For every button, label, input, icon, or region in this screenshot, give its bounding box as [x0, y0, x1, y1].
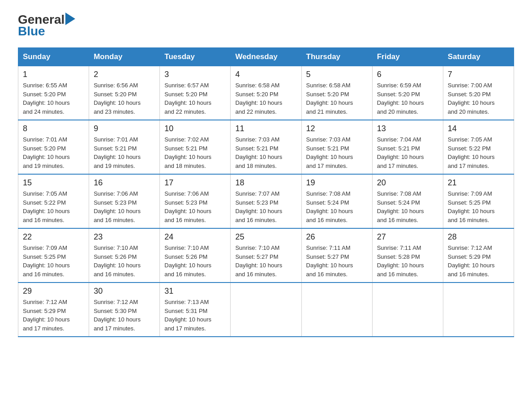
day-number: 16 — [94, 178, 155, 188]
day-number: 4 — [235, 70, 296, 79]
day-number: 22 — [23, 232, 84, 242]
calendar-cell — [301, 283, 372, 337]
day-number: 6 — [377, 70, 438, 79]
day-info: Sunrise: 7:12 AMSunset: 5:30 PMDaylight:… — [94, 298, 155, 333]
calendar-cell: 17Sunrise: 7:06 AMSunset: 5:23 PMDayligh… — [160, 174, 231, 228]
day-number: 14 — [448, 124, 509, 133]
day-info: Sunrise: 6:58 AMSunset: 5:20 PMDaylight:… — [306, 81, 368, 116]
day-number: 20 — [377, 178, 438, 188]
day-number: 19 — [306, 178, 368, 188]
day-info: Sunrise: 7:08 AMSunset: 5:24 PMDaylight:… — [377, 189, 438, 224]
day-number: 29 — [23, 287, 84, 296]
day-number: 15 — [23, 178, 84, 188]
calendar-cell: 25Sunrise: 7:10 AMSunset: 5:27 PMDayligh… — [231, 228, 301, 283]
calendar-cell — [443, 283, 514, 337]
day-info: Sunrise: 7:03 AMSunset: 5:21 PMDaylight:… — [306, 135, 368, 170]
day-number: 24 — [164, 232, 226, 242]
day-info: Sunrise: 7:06 AMSunset: 5:23 PMDaylight:… — [164, 189, 226, 224]
day-info: Sunrise: 6:58 AMSunset: 5:20 PMDaylight:… — [235, 81, 296, 116]
weekday-header-row: SundayMondayTuesdayWednesdayThursdayFrid… — [18, 48, 514, 66]
logo-text-blue: Blue — [18, 24, 45, 39]
calendar-cell: 10Sunrise: 7:02 AMSunset: 5:21 PMDayligh… — [160, 120, 231, 174]
calendar-cell: 19Sunrise: 7:08 AMSunset: 5:24 PMDayligh… — [301, 174, 372, 228]
day-number: 18 — [235, 178, 296, 188]
day-number: 1 — [23, 70, 84, 79]
day-info: Sunrise: 7:13 AMSunset: 5:31 PMDaylight:… — [164, 298, 226, 333]
day-info: Sunrise: 6:56 AMSunset: 5:20 PMDaylight:… — [94, 81, 155, 116]
day-info: Sunrise: 7:10 AMSunset: 5:26 PMDaylight:… — [164, 244, 226, 278]
day-info: Sunrise: 7:02 AMSunset: 5:21 PMDaylight:… — [164, 135, 226, 170]
day-number: 31 — [164, 287, 226, 296]
day-number: 27 — [377, 232, 438, 242]
day-info: Sunrise: 6:55 AMSunset: 5:20 PMDaylight:… — [23, 81, 84, 116]
day-info: Sunrise: 7:08 AMSunset: 5:24 PMDaylight:… — [306, 189, 368, 224]
day-number: 25 — [235, 232, 296, 242]
day-info: Sunrise: 7:07 AMSunset: 5:23 PMDaylight:… — [235, 189, 296, 224]
calendar-week-row: 1Sunrise: 6:55 AMSunset: 5:20 PMDaylight… — [18, 66, 514, 120]
calendar-cell: 27Sunrise: 7:11 AMSunset: 5:28 PMDayligh… — [372, 228, 443, 283]
day-number: 7 — [448, 70, 509, 79]
day-number: 30 — [94, 287, 155, 296]
calendar-cell: 22Sunrise: 7:09 AMSunset: 5:25 PMDayligh… — [18, 228, 89, 283]
weekday-header-saturday: Saturday — [443, 48, 514, 66]
day-info: Sunrise: 7:03 AMSunset: 5:21 PMDaylight:… — [235, 135, 296, 170]
day-number: 3 — [164, 70, 226, 79]
calendar-cell: 6Sunrise: 6:59 AMSunset: 5:20 PMDaylight… — [372, 66, 443, 120]
day-number: 9 — [94, 124, 155, 133]
day-info: Sunrise: 7:10 AMSunset: 5:27 PMDaylight:… — [235, 244, 296, 278]
calendar-cell: 5Sunrise: 6:58 AMSunset: 5:20 PMDaylight… — [301, 66, 372, 120]
day-info: Sunrise: 7:04 AMSunset: 5:21 PMDaylight:… — [377, 135, 438, 170]
day-info: Sunrise: 7:05 AMSunset: 5:22 PMDaylight:… — [448, 135, 509, 170]
day-number: 2 — [94, 70, 155, 79]
day-number: 5 — [306, 70, 368, 79]
day-number: 21 — [448, 178, 509, 188]
calendar-cell: 4Sunrise: 6:58 AMSunset: 5:20 PMDaylight… — [231, 66, 301, 120]
weekday-header-monday: Monday — [89, 48, 160, 66]
weekday-header-wednesday: Wednesday — [231, 48, 301, 66]
day-info: Sunrise: 7:09 AMSunset: 5:25 PMDaylight:… — [448, 189, 509, 224]
page-header: General Blue — [18, 13, 514, 39]
logo: General Blue — [18, 13, 75, 39]
calendar-cell: 1Sunrise: 6:55 AMSunset: 5:20 PMDaylight… — [18, 66, 89, 120]
calendar-cell: 11Sunrise: 7:03 AMSunset: 5:21 PMDayligh… — [231, 120, 301, 174]
calendar-cell: 24Sunrise: 7:10 AMSunset: 5:26 PMDayligh… — [160, 228, 231, 283]
day-number: 8 — [23, 124, 84, 133]
day-number: 23 — [94, 232, 155, 242]
day-number: 12 — [306, 124, 368, 133]
calendar-cell: 7Sunrise: 7:00 AMSunset: 5:20 PMDaylight… — [443, 66, 514, 120]
day-info: Sunrise: 7:12 AMSunset: 5:29 PMDaylight:… — [23, 298, 84, 333]
day-info: Sunrise: 7:06 AMSunset: 5:23 PMDaylight:… — [94, 189, 155, 224]
calendar-table: SundayMondayTuesdayWednesdayThursdayFrid… — [18, 47, 514, 337]
weekday-header-thursday: Thursday — [301, 48, 372, 66]
svg-marker-0 — [65, 13, 75, 25]
day-number: 11 — [235, 124, 296, 133]
calendar-week-row: 8Sunrise: 7:01 AMSunset: 5:20 PMDaylight… — [18, 120, 514, 174]
calendar-cell: 30Sunrise: 7:12 AMSunset: 5:30 PMDayligh… — [89, 283, 160, 337]
day-info: Sunrise: 7:12 AMSunset: 5:29 PMDaylight:… — [448, 244, 509, 278]
day-info: Sunrise: 7:00 AMSunset: 5:20 PMDaylight:… — [448, 81, 509, 116]
calendar-week-row: 22Sunrise: 7:09 AMSunset: 5:25 PMDayligh… — [18, 228, 514, 283]
day-info: Sunrise: 7:09 AMSunset: 5:25 PMDaylight:… — [23, 244, 84, 278]
day-number: 17 — [164, 178, 226, 188]
day-number: 26 — [306, 232, 368, 242]
calendar-cell: 31Sunrise: 7:13 AMSunset: 5:31 PMDayligh… — [160, 283, 231, 337]
day-info: Sunrise: 7:01 AMSunset: 5:21 PMDaylight:… — [94, 135, 155, 170]
calendar-cell — [231, 283, 301, 337]
day-info: Sunrise: 7:01 AMSunset: 5:20 PMDaylight:… — [23, 135, 84, 170]
day-info: Sunrise: 7:10 AMSunset: 5:26 PMDaylight:… — [94, 244, 155, 278]
weekday-header-tuesday: Tuesday — [160, 48, 231, 66]
calendar-cell: 28Sunrise: 7:12 AMSunset: 5:29 PMDayligh… — [443, 228, 514, 283]
calendar-cell: 9Sunrise: 7:01 AMSunset: 5:21 PMDaylight… — [89, 120, 160, 174]
calendar-week-row: 15Sunrise: 7:05 AMSunset: 5:22 PMDayligh… — [18, 174, 514, 228]
day-number: 13 — [377, 124, 438, 133]
calendar-cell: 23Sunrise: 7:10 AMSunset: 5:26 PMDayligh… — [89, 228, 160, 283]
calendar-cell: 12Sunrise: 7:03 AMSunset: 5:21 PMDayligh… — [301, 120, 372, 174]
calendar-cell: 21Sunrise: 7:09 AMSunset: 5:25 PMDayligh… — [443, 174, 514, 228]
calendar-cell: 15Sunrise: 7:05 AMSunset: 5:22 PMDayligh… — [18, 174, 89, 228]
day-info: Sunrise: 6:57 AMSunset: 5:20 PMDaylight:… — [164, 81, 226, 116]
day-info: Sunrise: 7:11 AMSunset: 5:27 PMDaylight:… — [306, 244, 368, 278]
calendar-cell — [372, 283, 443, 337]
day-number: 28 — [448, 232, 509, 242]
calendar-cell: 3Sunrise: 6:57 AMSunset: 5:20 PMDaylight… — [160, 66, 231, 120]
day-info: Sunrise: 7:05 AMSunset: 5:22 PMDaylight:… — [23, 189, 84, 224]
